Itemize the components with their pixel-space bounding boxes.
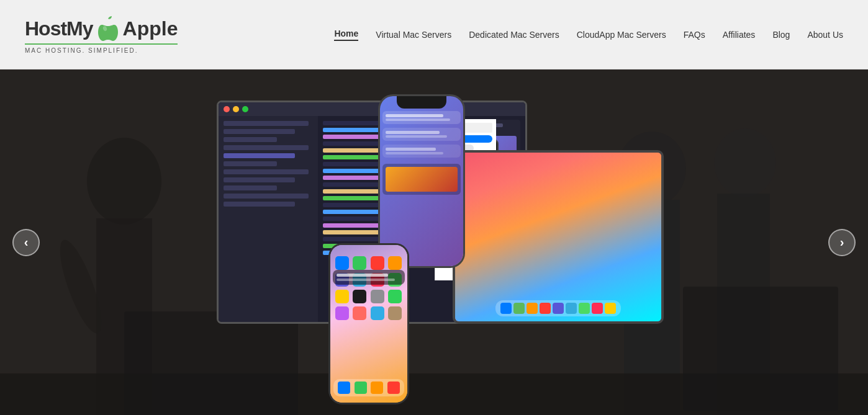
slider-prev-button[interactable]: ‹: [12, 229, 40, 256]
logo-host: HostMy: [25, 17, 93, 40]
ipad-device: ⚒ Welcome to Xcode Version 12.0 ▶ Create…: [453, 150, 664, 324]
site-header: HostMy Apple MAC HOSTING. SIMPLIFIED. Ho…: [0, 0, 868, 69]
iphone-bottom-device: [328, 243, 409, 404]
nav-dedicated-mac-servers[interactable]: Dedicated Mac Servers: [469, 30, 559, 40]
apple-logo-icon: [94, 15, 122, 42]
nav-about-us[interactable]: About Us: [807, 30, 843, 40]
slider-next-button[interactable]: ›: [828, 229, 856, 256]
logo-text: HostMy Apple: [25, 15, 178, 42]
nav-faqs[interactable]: FAQs: [684, 30, 705, 40]
nav-blog[interactable]: Blog: [772, 30, 790, 40]
nav-home[interactable]: Home: [334, 29, 358, 41]
next-arrow-icon: ›: [840, 235, 844, 249]
prev-arrow-icon: ‹: [24, 235, 29, 249]
hero-slider: 6:43 PM: [0, 69, 868, 415]
iphone-top-device: [378, 94, 465, 268]
devices-showcase: 6:43 PM: [186, 88, 682, 411]
logo-tagline: MAC HOSTING. SIMPLIFIED.: [25, 43, 178, 54]
nav-affiliates[interactable]: Affiliates: [723, 30, 756, 40]
logo[interactable]: HostMy Apple MAC HOSTING. SIMPLIFIED.: [25, 15, 178, 54]
logo-apple-word: Apple: [123, 17, 178, 40]
nav-virtual-mac-servers[interactable]: Virtual Mac Servers: [376, 30, 451, 40]
main-nav: Home Virtual Mac Servers Dedicated Mac S…: [334, 29, 843, 41]
nav-cloudapp-mac-servers[interactable]: CloudApp Mac Servers: [577, 30, 666, 40]
